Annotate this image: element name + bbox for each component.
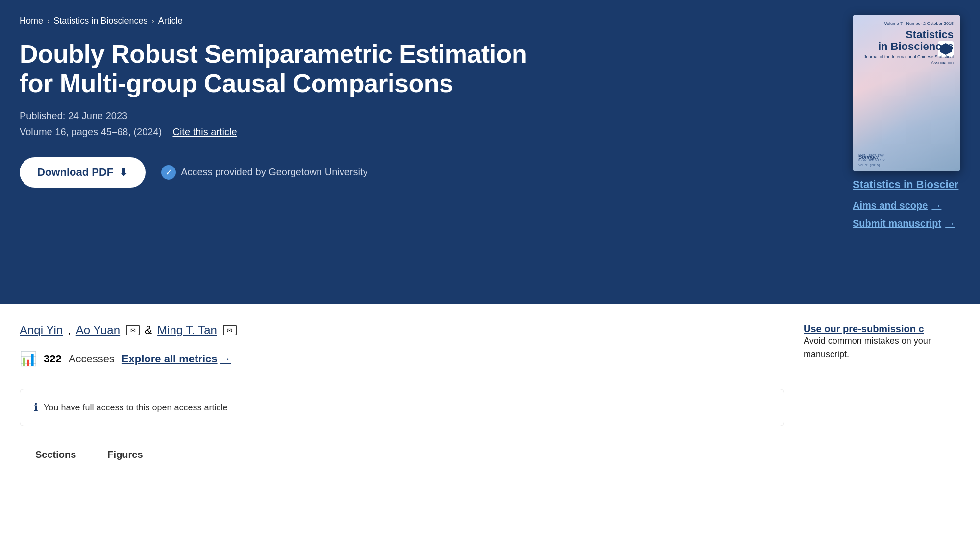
cover-title-line2: in Biosciences [859,41,954,52]
breadcrumb-journal[interactable]: Statistics in Biosciences [53,16,147,26]
below-hero: Anqi Yin, Ao Yuan ✉ & Ming T. Tan ✉ 📊 32… [0,304,980,426]
author-1-link[interactable]: Anqi Yin [20,323,63,337]
cite-article-link[interactable]: Cite this article [172,126,237,137]
published-date: Published: 24 June 2023 [20,110,534,121]
volume-info: Volume 16, pages 45–68, (2024) Cite this… [20,126,534,138]
cover-issn3: Vol.7/1 (2015) [858,163,885,168]
main-content: Anqi Yin, Ao Yuan ✉ & Ming T. Tan ✉ 📊 32… [20,323,784,426]
hero-section: Home › Statistics in Biosciences › Artic… [0,0,980,304]
breadcrumb-sep-2: › [151,17,154,25]
download-icon: ⬇ [119,166,128,179]
volume-text: Volume 16, pages 45–68, (2024) [20,126,162,137]
author-2-link[interactable]: Ao Yuan [76,323,120,337]
breadcrumb-home[interactable]: Home [20,16,43,26]
sidebar-divider [804,371,960,371]
download-pdf-button[interactable]: Download PDF ⬇ [20,157,146,188]
author-comma-1: , [68,323,71,337]
journal-links: Aims and scope → Submit manuscript → [853,200,960,229]
metrics-label: Accesses [69,353,115,365]
section-divider [20,381,784,381]
action-row: Download PDF ⬇ ✓ Access provided by Geor… [20,157,534,188]
cover-title-block: Statistics in Biosciences Journal of the… [859,29,954,66]
aims-scope-label: Aims and scope [853,200,928,211]
download-pdf-label: Download PDF [37,166,113,179]
metrics-count: 322 [44,353,62,365]
cover-issn: ISSN: 1867-1764 ISSN: 1867-1772 Vol.7/1 … [858,153,885,168]
authors-row: Anqi Yin, Ao Yuan ✉ & Ming T. Tan ✉ [20,323,784,337]
cover-subtitle: Journal of the International Chinese Sta… [859,54,954,66]
access-info: ✓ Access provided by Georgetown Universi… [161,165,368,180]
cover-issn2: ISSN: 1867-1772 [858,158,885,163]
access-check-icon: ✓ [161,165,176,180]
pre-submission-desc: Avoid common mistakes on your manuscript… [804,335,960,361]
pre-submission-link[interactable]: Use our pre-submission c [804,323,924,334]
breadcrumb-current: Article [158,16,183,26]
aims-scope-link[interactable]: Aims and scope → [853,200,960,211]
abstract-notice: You have full access to this open access… [44,403,228,413]
journal-cover-image[interactable]: Volume 7 · Number 2 October 2015 Statist… [853,15,960,171]
journal-card: Volume 7 · Number 2 October 2015 Statist… [853,15,960,236]
journal-name-link[interactable]: Statistics in Bioscier [853,178,960,191]
explore-metrics-link[interactable]: Explore all metrics → [122,353,231,365]
abstract-box: ℹ You have full access to this open acce… [20,389,784,426]
submit-manuscript-arrow: → [945,218,955,229]
submit-manuscript-label: Submit manuscript [853,218,941,229]
author-3-email-icon[interactable]: ✉ [223,325,237,335]
author-3-link[interactable]: Ming T. Tan [157,323,217,337]
access-text: Access provided by Georgetown University [181,167,368,178]
ampersand: & [145,323,152,337]
submit-manuscript-link[interactable]: Submit manuscript → [853,218,960,229]
metrics-row: 📊 322 Accesses Explore all metrics → [20,351,784,367]
author-2-email-icon[interactable]: ✉ [126,325,140,335]
abstract-info-icon: ℹ [34,401,38,414]
bottom-tabs: Sections Figures [0,441,980,470]
right-sidebar: Use our pre-submission c Avoid common mi… [804,323,960,426]
hero-left: Doubly Robust Semiparametric Estimation … [20,40,534,188]
breadcrumb: Home › Statistics in Biosciences › Artic… [20,16,960,26]
metrics-icon: 📊 [20,351,37,367]
aims-scope-arrow: → [931,200,941,211]
article-title: Doubly Robust Semiparametric Estimation … [20,40,534,98]
tab-figures[interactable]: Figures [92,441,158,470]
explore-metrics-label: Explore all metrics [122,353,218,365]
cover-issn1: ISSN: 1867-1764 [858,153,885,158]
cover-title-line1: Statistics [859,29,954,41]
breadcrumb-sep-1: › [47,17,49,25]
tab-sections[interactable]: Sections [20,441,92,470]
cover-vol-info: Volume 7 · Number 2 October 2015 [859,21,954,27]
explore-metrics-arrow: → [220,353,231,365]
